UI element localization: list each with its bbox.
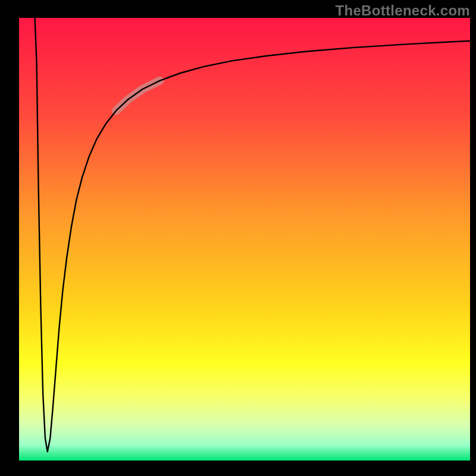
chart-svg [0, 0, 476, 476]
bottleneck-chart: TheBottleneck.com [0, 0, 476, 476]
plot-background [19, 18, 470, 461]
